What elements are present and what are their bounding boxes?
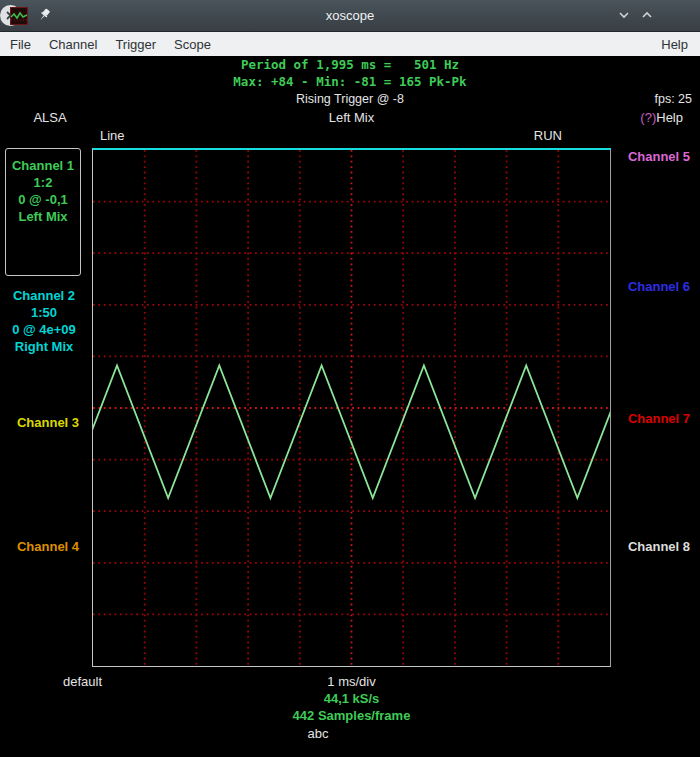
store-register-label: abc	[92, 726, 544, 741]
channel-8-label[interactable]: Channel 8	[628, 539, 690, 554]
menu-scope[interactable]: Scope	[165, 37, 220, 52]
menubar: File Channel Trigger Scope Help	[0, 32, 700, 56]
channel-7-label[interactable]: Channel 7	[628, 411, 690, 426]
minmax-readout: Max: +84 - Min: -81 = 165 Pk-Pk	[0, 74, 700, 89]
menu-trigger[interactable]: Trigger	[106, 37, 165, 52]
menu-help[interactable]: Help	[649, 37, 700, 52]
channel-1-scale: 1:2	[6, 174, 80, 191]
help-link-label: Help	[656, 110, 683, 125]
period-readout: Period of 1,995 ms = 501 Hz	[0, 57, 700, 72]
active-source-label: Left Mix	[92, 110, 611, 125]
fps-readout: fps: 25	[654, 92, 692, 106]
menu-file[interactable]: File	[0, 37, 40, 52]
menu-channel[interactable]: Channel	[40, 37, 106, 52]
channel-2-box[interactable]: Channel 2 1:50 0 @ 4e+09 Right Mix	[0, 287, 88, 355]
window-title: xoscope	[0, 8, 700, 23]
trigger-readout: Rising Trigger @ -8	[0, 92, 700, 106]
samples-per-frame-label: 442 Samples/frame	[92, 708, 611, 723]
channel-1-source: Left Mix	[6, 208, 80, 225]
channel-1-position: 0 @ -0,1	[6, 191, 80, 208]
trigger-source-label: Line	[100, 128, 125, 143]
scope-display[interactable]	[92, 148, 611, 667]
timebase-label: 1 ms/div	[92, 674, 611, 689]
minimize-button[interactable]	[614, 5, 634, 25]
channel-4-label[interactable]: Channel 4	[0, 539, 96, 554]
channel-6-label[interactable]: Channel 6	[628, 279, 690, 294]
xoscope-window: xoscope File Channel Trigger Scope Help …	[0, 0, 700, 757]
channel-5-label[interactable]: Channel 5	[628, 149, 690, 164]
help-link[interactable]: (?)Help	[640, 110, 683, 125]
device-label: ALSA	[0, 110, 100, 125]
channel-2-source: Right Mix	[0, 338, 88, 355]
scope-canvas	[93, 150, 610, 666]
titlebar: xoscope	[0, 0, 700, 32]
channel-1-label: Channel 1	[6, 157, 80, 174]
sample-rate-label: 44,1 kS/s	[92, 691, 611, 706]
maximize-button[interactable]	[637, 5, 657, 25]
run-status-label[interactable]: RUN	[534, 128, 562, 143]
channel-2-position: 0 @ 4e+09	[0, 321, 88, 338]
channel-2-scale: 1:50	[0, 304, 88, 321]
help-question-icon: (?)	[640, 110, 656, 125]
channel-2-label: Channel 2	[0, 287, 88, 304]
channel-1-box[interactable]: Channel 1 1:2 0 @ -0,1 Left Mix	[5, 148, 81, 276]
channel-3-label[interactable]: Channel 3	[0, 415, 96, 430]
